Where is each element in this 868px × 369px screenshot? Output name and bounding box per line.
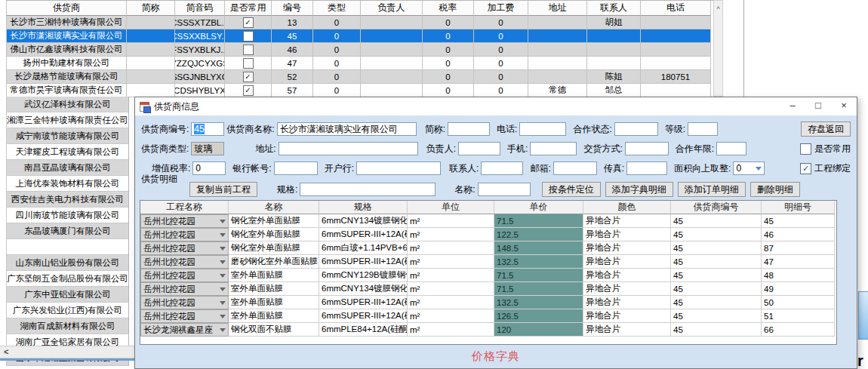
supplier-list-item[interactable]: 湖南百成新材料有限公司 [6,318,128,334]
project-combo[interactable]: 岳州北控花园 [140,228,229,241]
supplier-list-item[interactable]: 武汉亿泽科技有限公司 [6,97,128,112]
project-combo[interactable]: 岳州北控花园 [140,309,229,323]
column-header-10[interactable]: 地址 [528,1,587,16]
detail-column-header-7[interactable]: 供货商编号 [671,201,762,214]
cell-common[interactable] [225,57,272,70]
maximize-button[interactable]: □ [805,97,831,115]
email-field[interactable] [553,161,597,175]
supplier-list-item[interactable]: 四川南玻节能玻璃有限公司 [6,208,128,223]
cell-common[interactable] [225,43,272,57]
checkbox-icon[interactable]: ✓ [243,17,254,28]
owner-field[interactable] [458,142,500,155]
column-header-5[interactable]: 编号 [272,1,313,16]
supplier-row[interactable]: 扬州中勤建材有限公司YZZQJCYXGS47000 [6,57,713,70]
checkbox-icon[interactable] [243,58,254,69]
cell-common[interactable] [225,29,272,43]
supplier-list-item[interactable]: 广东坚朗五金制品股份有限公司 [6,271,128,287]
supplier-list-item[interactable] [6,239,128,255]
column-header-8[interactable]: 税率 [423,1,474,16]
phone-field[interactable] [519,122,566,136]
close-button[interactable]: × [831,97,857,115]
column-header-12[interactable]: 电话 [641,1,711,16]
detail-column-header-1[interactable]: 工程名称 [140,201,229,214]
column-header-7[interactable]: 负责人 [361,1,423,16]
bank-account-field[interactable] [274,161,318,175]
supplier-list-item[interactable]: 广东中亚铝业有限公司 [6,287,128,303]
checkbox-icon[interactable] [800,143,811,155]
cell-common[interactable]: ✓ [225,84,272,97]
project-combo[interactable]: 岳州北控花园 [140,241,229,255]
dialog-titlebar[interactable]: 供货商信息 – □ × [135,97,857,115]
supplier-list-item[interactable]: 上海优泰装饰材料有限公司 [6,176,128,192]
save-return-button[interactable]: 存盘返回 [801,121,851,137]
detail-column-header-5[interactable]: 单价 [494,201,583,214]
supplier-list-item[interactable]: 南昌亚晶玻璃有限公司 [6,160,128,176]
spec-filter-input[interactable] [300,183,436,196]
supplier-list-item[interactable]: 山东南山铝业股份有限公司 [6,255,128,271]
detail-row[interactable]: 长沙龙湖祺鑫星座钢化双面不贴膜6mmPLE84+12A(硅酮胶...m²120异… [140,323,836,337]
name-filter-input[interactable] [478,183,531,196]
detail-row[interactable]: 岳州北控花园钢化室外单面贴膜6mmSUPER-III+12A(硅...m²122… [140,228,836,241]
address-field[interactable] [279,142,418,155]
detail-column-header-8[interactable]: 明细号 [762,201,835,214]
locate-by-condition-button[interactable]: 按条件定位 [542,182,601,197]
column-header-11[interactable]: 联系人 [587,1,641,16]
horizontal-scrollbar[interactable]: < [0,346,134,358]
project-combo[interactable]: 岳州北控花园 [140,269,229,282]
fax-field[interactable] [626,161,667,175]
detail-row[interactable]: 岳州北控花园磨砂钢化室外单面贴膜6mmSUPER-III+12A(硅...m²1… [140,255,836,269]
project-combo[interactable]: 岳州北控花园 [140,214,229,228]
detail-row[interactable]: 岳州北控花园钢化室外单面贴膜6mmCNY134镀膜钢化m²71.5异地合片454… [140,214,836,228]
vertical-scrollbar[interactable]: ^ [713,0,723,97]
column-header-6[interactable]: 类型 [313,1,361,16]
column-header-2[interactable]: 简称 [127,1,175,16]
common-use-checkbox[interactable]: 是否常用 [800,143,851,155]
checkbox-icon[interactable] [243,45,254,55]
checkbox-icon[interactable]: ✓ [243,85,254,96]
supplier-list-item[interactable]: 天津耀皮工程玻璃有限公司 [6,144,128,160]
project-combo[interactable]: 岳州北控花园 [140,282,229,296]
checkbox-icon[interactable]: ✓ [800,163,811,174]
delivery-field[interactable] [625,142,669,155]
cell-common[interactable]: ✓ [225,70,272,84]
copy-current-project-button[interactable]: 复制当前工程 [189,182,257,197]
add-order-detail-button[interactable]: 添加订单明细 [678,182,746,197]
contact-field[interactable] [481,161,523,175]
delete-detail-button[interactable]: 删除明细 [750,182,800,197]
grade-field[interactable] [688,122,718,136]
supplier-row[interactable]: 长沙市潇湘玻璃实业有限公司CSSXXBLSY...45000 [6,29,713,43]
vat-field[interactable]: 0 [192,161,226,175]
project-combo[interactable]: 长沙龙湖祺鑫星座 [140,323,229,337]
column-header-1[interactable]: 供货商 [6,1,127,16]
detail-column-header-4[interactable]: 单位 [408,201,494,214]
checkbox-icon[interactable]: ✓ [243,72,254,82]
detail-row[interactable]: 岳州北控花园室外单面贴膜6mmSUPER-III+12A(硅...m²126.5… [140,309,836,323]
supplier-list-item[interactable]: 西安佳吉美电力科技有限公司 [6,192,128,208]
supplier-no-field[interactable]: 45 [191,122,224,136]
column-header-9[interactable]: 加工费 [474,1,528,16]
column-header-4[interactable]: 是否常用 [225,1,272,16]
supplier-list-item[interactable]: 东晶玻璃厦门有限公司 [6,223,128,239]
minimize-button[interactable]: – [780,97,805,115]
column-header-3[interactable]: 简音码 [175,1,225,16]
area-round-dropdown[interactable]: 0 [733,161,765,175]
supplier-list-item[interactable]: 湘潭三金特种玻璃有限责任公司 [6,112,128,128]
coop-years-field[interactable] [716,142,746,155]
scroll-up-icon[interactable]: ^ [716,5,719,13]
detail-column-header-6[interactable]: 颜色 [583,201,671,214]
checkbox-icon[interactable] [243,31,254,42]
mobile-field[interactable] [530,142,577,155]
supplier-row[interactable]: 常德市昊宇玻璃有限责任公司CDSHYBLYX✓57000常德邹总 [6,84,713,97]
project-bind-checkbox[interactable]: ✓ 工程绑定 [800,162,851,175]
detail-row[interactable]: 岳州北控花园室外单面贴膜6mmSUPER-III+12A(硅...m²132.5… [140,296,836,309]
supplier-list-item[interactable]: 广东兴发铝业(江西)有限公司 [6,303,128,318]
supplier-type-field[interactable]: 玻璃 [191,142,224,155]
abbr-field[interactable] [448,122,490,136]
supplier-row[interactable]: 长沙市三湘特种玻璃有限公司CSSSXTZBL...✓13000胡姐 [6,16,713,29]
scroll-left-icon[interactable]: < [4,347,8,357]
supplier-row[interactable]: 佛山市亿鑫玻璃科技有限公司FSSYXBLKJ...46000 [6,43,713,57]
project-combo[interactable]: 岳州北控花园 [140,255,229,269]
detail-row[interactable]: 岳州北控花园室外单面贴膜6mmCNY129B镀膜钢化m²71.5异地合片4548 [140,269,836,282]
supplier-list-item[interactable]: 咸宁南玻节能玻璃有限公司 [6,128,128,144]
cell-common[interactable]: ✓ [225,16,272,29]
